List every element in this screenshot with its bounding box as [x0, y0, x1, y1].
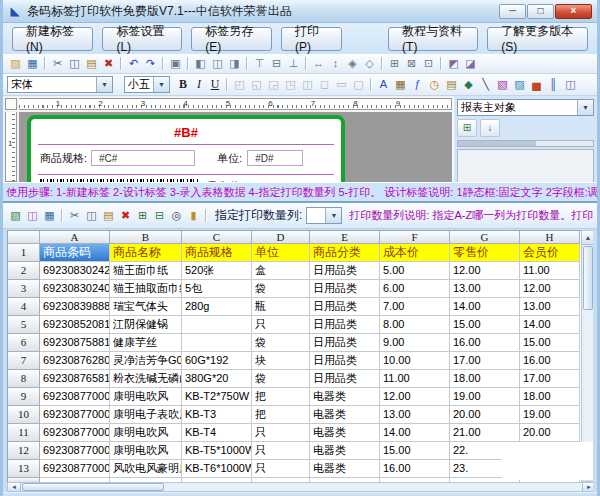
- insert-table-icon[interactable]: ▦: [392, 77, 409, 92]
- label-settings-button[interactable]: 标签设置(L): [102, 27, 182, 51]
- center-object-icon[interactable]: ▣: [167, 56, 184, 71]
- table-cell[interactable]: 6923083988888: [40, 298, 110, 316]
- report-object-select[interactable]: 报表主对象 ▼: [457, 99, 594, 116]
- table-cell[interactable]: 12.00: [450, 262, 520, 280]
- table-cell[interactable]: 康明电吹风: [110, 388, 182, 406]
- copy-icon[interactable]: ◫: [66, 56, 83, 71]
- design-canvas[interactable]: #B# 商品规格: #C# 单位: #D# 零售价: ¥ #G#: [19, 112, 452, 182]
- bold-button[interactable]: B: [175, 77, 191, 93]
- row-header[interactable]: 10: [8, 406, 40, 424]
- center-horizontal-icon[interactable]: ◈: [344, 56, 361, 71]
- table-cell[interactable]: 单位: [252, 244, 310, 262]
- table-cell[interactable]: 商品规格: [182, 244, 252, 262]
- table-cell[interactable]: 只: [252, 316, 310, 334]
- table-cell[interactable]: 21.00: [450, 424, 520, 442]
- table-cell[interactable]: 280g: [182, 298, 252, 316]
- table-cell[interactable]: 电器类: [310, 442, 380, 460]
- insert-col-icon[interactable]: ⊟: [151, 208, 168, 223]
- column-header[interactable]: D: [252, 231, 310, 244]
- row-header[interactable]: 2: [8, 262, 40, 280]
- same-height-icon[interactable]: ⊠: [403, 56, 420, 71]
- save-icon[interactable]: ▦: [24, 56, 41, 71]
- table-cell[interactable]: 电器类: [310, 424, 380, 442]
- table-cell[interactable]: 健康芋丝: [110, 334, 182, 352]
- table-cell[interactable]: KB-T4: [182, 424, 252, 442]
- same-size-icon[interactable]: ⊡: [420, 56, 437, 71]
- row-header[interactable]: 4: [8, 298, 40, 316]
- table-cell[interactable]: 19.00: [520, 406, 580, 424]
- table-cell[interactable]: 15.00: [520, 334, 580, 352]
- row-header[interactable]: 1: [8, 244, 40, 262]
- sort-az-icon[interactable]: ↓: [480, 119, 500, 137]
- label-title-field[interactable]: #B#: [31, 125, 341, 140]
- table-cell[interactable]: 日用品类: [310, 316, 380, 334]
- table-cell[interactable]: 6923087700059: [40, 460, 110, 478]
- same-width-icon[interactable]: ⊞: [386, 56, 403, 71]
- copy-object-icon[interactable]: ◫: [562, 77, 579, 92]
- table-cell[interactable]: 20.00: [450, 406, 520, 424]
- unit-field[interactable]: #D#: [247, 150, 303, 166]
- lock-icon[interactable]: ▮: [185, 208, 202, 223]
- table-cell[interactable]: 5.00: [380, 262, 450, 280]
- column-header[interactable]: H: [520, 231, 580, 244]
- space-down-icon[interactable]: ↕: [327, 56, 344, 71]
- table-cell[interactable]: 14.00: [380, 424, 450, 442]
- table-cell[interactable]: 13.00: [380, 406, 450, 424]
- underline-button[interactable]: U: [207, 77, 223, 93]
- unit-static-text[interactable]: 单位:: [217, 151, 242, 166]
- table-cell[interactable]: 猫王面巾纸: [110, 262, 182, 280]
- align-bottom-icon[interactable]: ⊥: [285, 56, 302, 71]
- table-cell[interactable]: 17.00: [520, 370, 580, 388]
- minimize-button[interactable]: ─: [499, 4, 526, 19]
- horizontal-scroll-thumb[interactable]: [22, 483, 164, 491]
- barcode-object[interactable]: [40, 179, 198, 182]
- table-cell[interactable]: 成本价: [380, 244, 450, 262]
- table-cell[interactable]: KB-T3: [182, 406, 252, 424]
- table-cell[interactable]: 会员价: [520, 244, 580, 262]
- insert-datetime-icon[interactable]: ◷: [426, 77, 443, 92]
- cut-icon[interactable]: ✂: [66, 208, 83, 223]
- table-cell[interactable]: 8.00: [380, 316, 450, 334]
- table-cell[interactable]: 商品名称: [110, 244, 182, 262]
- insert-pagenumber-icon[interactable]: ▤: [443, 77, 460, 92]
- insert-colorbar-icon[interactable]: ▧: [494, 77, 511, 92]
- column-header[interactable]: G: [450, 231, 520, 244]
- font-size-select[interactable]: 小五 ▼: [124, 76, 170, 93]
- table-cell[interactable]: 日用品类: [310, 298, 380, 316]
- table-cell[interactable]: 13.00: [450, 280, 520, 298]
- align-left-icon[interactable]: ◧: [192, 56, 209, 71]
- print-button[interactable]: 打印(P): [281, 27, 342, 51]
- table-cell[interactable]: 瓶: [252, 298, 310, 316]
- table-cell[interactable]: 袋: [252, 280, 310, 298]
- label-page[interactable]: #B# 商品规格: #C# 单位: #D# 零售价: ¥ #G#: [27, 115, 345, 182]
- font-name-select[interactable]: 宋体 ▼: [7, 76, 113, 93]
- table-cell[interactable]: 康明电吹风: [110, 442, 182, 460]
- table-cell[interactable]: 日用品类: [310, 370, 380, 388]
- cut-icon[interactable]: ✂: [49, 56, 66, 71]
- table-cell[interactable]: 15.00: [450, 316, 520, 334]
- table-cell[interactable]: 6923087700011: [40, 388, 110, 406]
- table-cell[interactable]: 瑞宝气体头: [110, 298, 182, 316]
- align-center-icon[interactable]: ◫: [209, 56, 226, 71]
- insert-row-icon[interactable]: ⊞: [134, 208, 151, 223]
- table-cell[interactable]: 13.00: [520, 298, 580, 316]
- row-header[interactable]: 6: [8, 334, 40, 352]
- space-across-icon[interactable]: ↔: [310, 56, 327, 71]
- column-header[interactable]: F: [380, 231, 450, 244]
- center-vertical-icon[interactable]: ◇: [361, 56, 378, 71]
- table-cell[interactable]: KB-T5*1000W: [182, 442, 252, 460]
- table-cell[interactable]: 6923087700035: [40, 424, 110, 442]
- export-icon[interactable]: ◫: [24, 208, 41, 223]
- scroll-left-icon[interactable]: ◄: [8, 483, 21, 491]
- print-quantity-column-select[interactable]: ▼: [306, 207, 342, 224]
- column-header[interactable]: B: [110, 231, 182, 244]
- row-header[interactable]: 9: [8, 388, 40, 406]
- table-cell[interactable]: 11.00: [380, 370, 450, 388]
- table-cell[interactable]: 12.00: [520, 280, 580, 298]
- table-cell[interactable]: 6923087700042: [40, 442, 110, 460]
- insert-chart-icon[interactable]: ▅: [528, 77, 545, 92]
- save-label-as-button[interactable]: 标签另存(E): [191, 27, 272, 51]
- table-cell[interactable]: 康明电吹风: [110, 424, 182, 442]
- table-cell[interactable]: 6.00: [380, 280, 450, 298]
- align-right-icon[interactable]: ◨: [226, 56, 243, 71]
